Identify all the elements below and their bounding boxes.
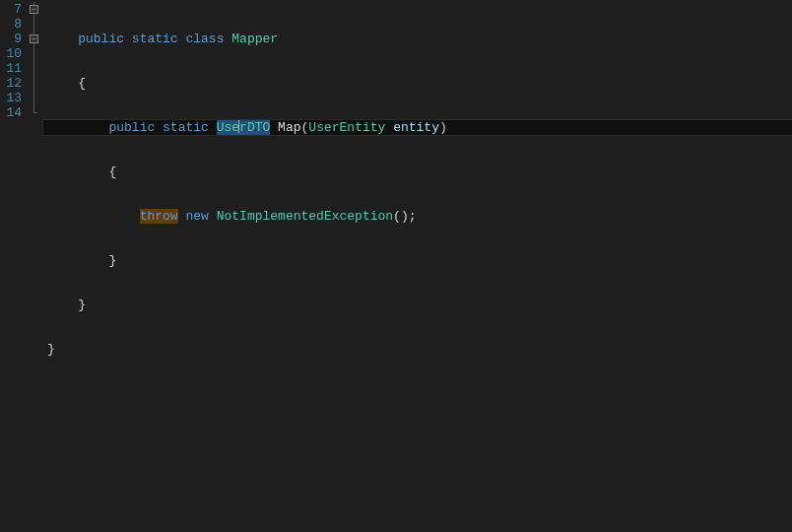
code-line[interactable]: } [43,342,792,357]
code-line[interactable]: public static class Mapper [43,32,792,46]
line-number: 7 [0,2,22,17]
line-number: 10 [0,46,22,61]
code-line[interactable]: } [43,253,792,268]
line-number-gutter: 7 8 9 10 11 12 13 14 [0,0,28,532]
line-number: 13 [0,91,22,105]
code-line-current[interactable]: public static UserDTO Map(UserEntity ent… [43,120,792,135]
code-line[interactable]: } [43,298,792,312]
fold-gutter: − − [28,0,43,532]
line-number: 11 [0,61,22,76]
fold-toggle-icon[interactable]: − [30,5,38,14]
throw-highlight: throw [140,209,178,224]
code-line[interactable]: throw new NotImplementedException(); [43,209,792,224]
line-number: 8 [0,17,22,32]
selection: Use [217,120,239,135]
line-number: 12 [0,76,22,91]
line-number: 9 [0,32,22,46]
code-editor[interactable]: 7 8 9 10 11 12 13 14 − − public static c… [0,0,792,532]
code-line[interactable]: { [43,165,792,179]
fold-toggle-icon[interactable]: − [30,34,38,43]
line-number: 14 [0,105,22,120]
code-area[interactable]: public static class Mapper { public stat… [43,0,792,532]
selection: rDTO [239,120,270,135]
code-line[interactable]: { [43,76,792,91]
